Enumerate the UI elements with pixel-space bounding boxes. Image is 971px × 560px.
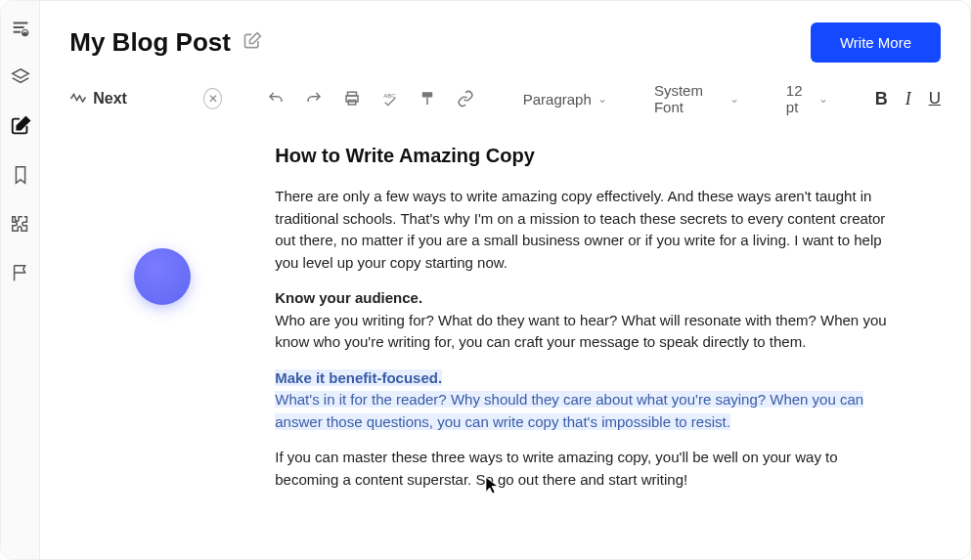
page-title: My Blog Post: [69, 27, 231, 58]
doc-paragraph: If you can master these three ways to wr…: [275, 447, 901, 491]
svg-marker-4: [12, 69, 28, 78]
size-label: 12 pt: [786, 82, 813, 115]
italic-button[interactable]: I: [905, 89, 911, 109]
bold-button[interactable]: B: [875, 89, 888, 109]
doc-paragraph: Make it benefit-focused. What's in it fo…: [275, 367, 901, 434]
write-more-button[interactable]: Write More: [811, 22, 941, 63]
next-button[interactable]: Next: [69, 90, 127, 108]
undo-icon[interactable]: [266, 87, 287, 110]
editor[interactable]: How to Write Amazing Copy There are only…: [275, 141, 901, 504]
edit-title-icon[interactable]: [243, 31, 262, 55]
logo-icon[interactable]: [7, 15, 34, 42]
print-icon[interactable]: [341, 87, 362, 110]
svg-rect-9: [422, 92, 433, 97]
section-body: Who are you writing for? What do they wa…: [275, 312, 886, 351]
paragraph-label: Paragraph: [523, 91, 592, 108]
svg-point-3: [22, 29, 28, 36]
paragraph-dropdown[interactable]: Paragraph⌄: [523, 91, 607, 108]
link-icon[interactable]: [456, 87, 476, 110]
spellcheck-icon[interactable]: ABC: [379, 87, 400, 110]
size-dropdown[interactable]: 12 pt⌄: [786, 82, 828, 115]
format-paint-icon[interactable]: [418, 87, 438, 110]
assistant-gutter: [69, 141, 255, 504]
bookmark-icon[interactable]: [7, 161, 34, 189]
assistant-orb-icon[interactable]: [134, 248, 191, 305]
sidebar: [1, 1, 40, 559]
doc-heading: How to Write Amazing Copy: [275, 141, 901, 170]
close-icon[interactable]: ✕: [203, 88, 222, 109]
chevron-down-icon: ⌄: [729, 92, 739, 106]
svg-rect-10: [427, 98, 429, 106]
section-title: Know your audience.: [275, 289, 422, 306]
doc-paragraph: There are only a few ways to write amazi…: [275, 186, 901, 274]
font-label: System Font: [654, 82, 724, 115]
font-dropdown[interactable]: System Font⌄: [654, 82, 739, 115]
section-body-highlighted: What's in it for the reader? Why should …: [275, 391, 863, 430]
toolbar: Next ✕ ABC: [69, 82, 941, 115]
layers-icon[interactable]: [7, 64, 34, 91]
chevron-down-icon: ⌄: [818, 92, 828, 106]
next-label: Next: [93, 90, 127, 108]
chevron-down-icon: ⌄: [597, 92, 607, 106]
doc-paragraph: Know your audience. Who are you writing …: [275, 287, 901, 354]
flag-icon[interactable]: [7, 259, 34, 286]
main: My Blog Post Write More Next ✕: [40, 1, 970, 559]
puzzle-icon[interactable]: [7, 210, 34, 237]
text-run: o go out there and start writing!: [485, 471, 687, 488]
section-title-highlighted: Make it benefit-focused.: [275, 369, 442, 386]
content-area: How to Write Amazing Copy There are only…: [69, 141, 941, 504]
compose-icon[interactable]: [7, 112, 34, 140]
header: My Blog Post Write More: [69, 22, 941, 63]
redo-icon[interactable]: [304, 87, 325, 110]
underline-button[interactable]: U: [929, 89, 941, 108]
